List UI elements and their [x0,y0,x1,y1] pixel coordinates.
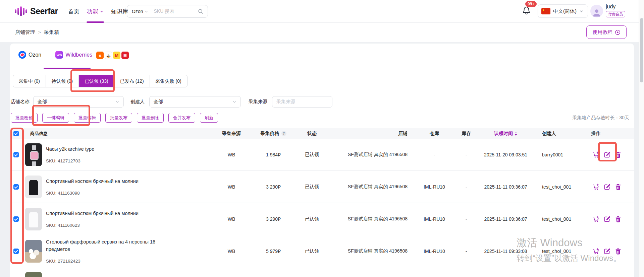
product-sku: SKU: 411160623 [46,223,139,228]
product-image[interactable] [25,143,42,166]
filter-row: 店铺名称 全部 创建人 全部 采集来源 采集来源 [11,96,332,108]
product-image[interactable] [25,240,42,263]
edit-icon[interactable] [603,215,611,223]
shop-filter-select[interactable]: 全部 [33,96,124,108]
wildberries-icon: wb [55,51,63,59]
marketplace-tab-wildberries[interactable]: wb Wildberries [55,51,92,59]
add-to-cart-icon[interactable] [592,248,600,255]
person-icon [592,7,602,17]
menu-item-knowledge[interactable]: 知识库 [111,0,128,23]
yandex-market-icon[interactable]: M [113,52,120,59]
aliexpress-icon[interactable]: e [96,52,104,59]
marketplace-tab-ozon[interactable]: Ozon [18,51,41,59]
bulk-action-button[interactable]: 批量删除 [137,113,164,123]
sort-icon[interactable] [515,132,517,136]
bulk-action-button[interactable]: 合并发布 [168,113,195,123]
chevron-down-icon [232,100,236,104]
claimed-time-cell: 2025-11-20 09:03:51 [475,152,537,157]
scrollbar-thumb[interactable] [640,18,643,82]
status-cell: 已认领 [297,152,327,158]
edit-icon[interactable] [603,151,611,158]
status-cell: 已认领 [297,248,327,254]
menu-item-home[interactable]: 首页 [68,0,79,23]
product-image[interactable] [25,208,42,230]
product-image[interactable] [25,176,42,198]
select-all-checkbox[interactable] [13,131,19,136]
bulk-action-button[interactable]: 批量编辑 [74,113,101,123]
product-title[interactable]: Спортивный костюм брючный на молнии [46,178,139,185]
table-row: Спортивный костюм брючный на молнии SKU:… [10,171,634,203]
price-cell: 5 979₽ [250,249,297,254]
bulk-action-button[interactable]: 一键编辑 [42,113,69,123]
product-title[interactable]: Столовый фарфоровый сервиз на 4 персоны … [46,238,162,253]
header-creator: 创建人 [537,131,575,137]
status-tab[interactable]: 已发布 (12) [114,75,150,87]
status-tab-group: 采集中 (0)待认领 (0)已认领 (33)已发布 (12)采集失败 (0) [13,75,187,87]
help-icon[interactable]: ? [281,131,286,136]
china-flag-icon: ★ [541,8,550,14]
edit-icon[interactable] [603,183,611,191]
add-to-cart-icon[interactable] [592,183,600,191]
price-cell: 1 984₽ [250,152,297,157]
product-title[interactable]: Часы y2k archive type [46,146,94,153]
claimed-time-cell: 2025-11-11 09:36:07 [475,184,537,190]
row-checkbox[interactable] [13,216,19,222]
amazon-icon[interactable]: a [105,52,112,59]
creator-filter-select[interactable]: 全部 [149,96,241,108]
tutorial-button[interactable]: 使用教程 [586,25,627,39]
breadcrumb-parent[interactable]: 店铺管理 [15,29,35,36]
chevron-down-icon [579,9,584,13]
user-avatar[interactable] [590,5,603,17]
delete-icon[interactable] [614,151,622,158]
warehouse-cell: IML-RU10 [411,216,458,222]
menu-item-label: 功能 [87,8,98,15]
search-engine-value: Ozon [132,9,143,14]
table-row: Часы y2k archive type SKU: 412712703 WB … [10,139,634,171]
delete-icon[interactable] [614,215,622,223]
active-tab-underline [44,68,91,69]
brand-logo[interactable]: Seerfar [15,5,58,17]
stock-cell: - [458,184,475,190]
search-input[interactable]: SKU 搜索 [154,8,198,14]
delete-icon[interactable] [614,183,622,191]
row-checkbox[interactable] [13,152,19,157]
notification-badge: 99+ [525,1,537,7]
red-grid-icon[interactable]: ▦ [121,52,129,59]
header-claimed-time[interactable]: 认领时间 [475,131,537,137]
seerfar-logo-icon [15,5,27,17]
menu-item-features[interactable]: 功能 [87,0,104,23]
status-tab[interactable]: 采集失败 (0) [150,75,187,87]
add-to-cart-icon[interactable] [592,215,600,223]
row-checkbox[interactable] [13,184,19,190]
language-selector[interactable]: ★ 中文(简体) [538,4,588,18]
more-marketplace-icons: e a M ▦ [96,52,129,59]
status-tab[interactable]: 采集中 (0) [13,75,46,87]
store-cell: SF测试店铺 真实的 4196508 [327,184,411,190]
delete-icon[interactable] [614,248,622,255]
edit-icon[interactable] [603,248,611,255]
notifications-button[interactable]: 99+ [522,5,535,17]
source-cell: WB [213,184,250,190]
header-price: 采集价格 ? [250,131,297,137]
status-tab[interactable]: 已认领 (33) [79,75,114,87]
stock-cell: - [458,249,475,254]
table-row: Набор фарфоровых тарелок на 6 персон из … [10,267,634,277]
marketplace-tabs: Ozon wb Wildberries [18,51,92,59]
product-image[interactable] [25,272,42,277]
source-filter-select[interactable]: 采集来源 [272,96,332,108]
creator-cell: test_choi_001 [537,216,575,222]
bulk-action-button[interactable]: 刷新 [200,113,218,123]
bulk-action-button[interactable]: 批量发布 [105,113,132,123]
status-tab[interactable]: 待认领 (0) [46,75,79,87]
row-checkbox[interactable] [13,249,19,254]
search-icon[interactable] [198,8,204,14]
search-engine-select[interactable]: Ozon [132,9,148,14]
ozon-icon [18,51,26,59]
header-warehouse: 仓库 [411,131,458,137]
language-label: 中文(简体) [553,8,577,14]
vertical-scrollbar[interactable] [639,0,644,277]
bulk-action-button[interactable]: 批量改价 [11,113,38,123]
product-title[interactable]: Спортивный костюм брючный на молнии [46,210,139,217]
shop-filter-value: 全部 [38,99,47,105]
add-to-cart-icon[interactable] [592,151,600,158]
